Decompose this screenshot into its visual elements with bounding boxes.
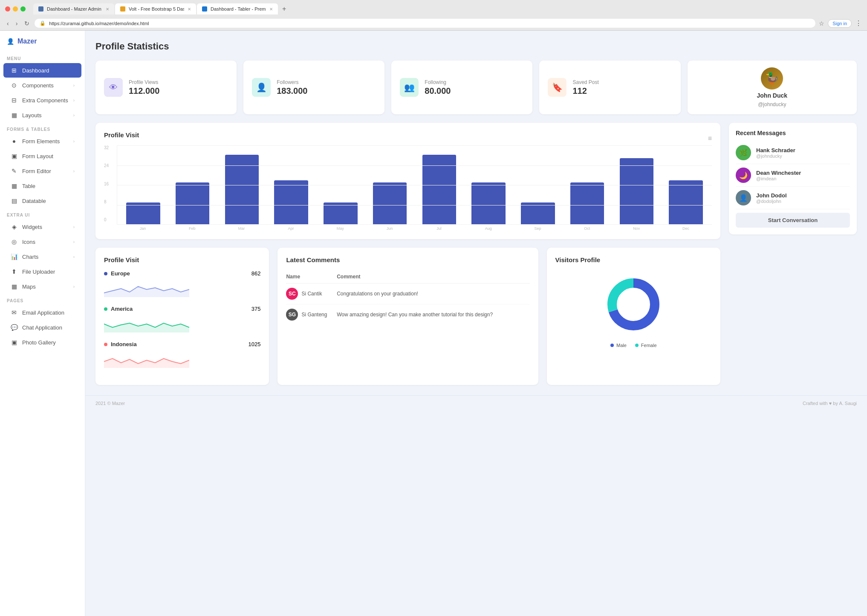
section-label-pages: Pages xyxy=(0,294,85,305)
tab-close-2[interactable]: ✕ xyxy=(188,7,191,12)
profile-visit-breakdown-card: Profile Visit Europe 862 xyxy=(95,248,269,385)
sidebar-item-dashboard[interactable]: ⊞ Dashboard xyxy=(3,63,81,78)
followers-icon: 👤 xyxy=(252,78,271,97)
sidebar-item-datatable[interactable]: ▤ Datatable xyxy=(3,194,81,208)
sidebar-item-photo-gallery[interactable]: ▣ Photo Gallery xyxy=(3,335,81,350)
saved-post-info: Saved Post 112 xyxy=(572,79,598,96)
forward-button[interactable]: › xyxy=(14,19,20,28)
browser-tab-3[interactable]: Dashboard - Tabler - Premium... ✕ xyxy=(197,3,278,14)
profile-visit-chart-card: Profile Visit ≡ 32 24 16 8 xyxy=(95,123,720,239)
sidebar-item-label-extra: Extra Components xyxy=(22,97,69,104)
indonesia-label: Indonesia xyxy=(111,341,137,347)
msg-info-2: Dean Winchester @imdean xyxy=(756,170,801,181)
tab-label-3: Dashboard - Tabler - Premium... xyxy=(211,6,266,12)
sidebar-item-layouts[interactable]: ▦ Layouts › xyxy=(3,108,81,122)
stat-card-followers: 👤 Followers 183.000 xyxy=(243,61,384,114)
sidebar-item-extra-components[interactable]: ⊟ Extra Components › xyxy=(3,93,81,107)
datatable-icon: ▤ xyxy=(10,197,18,204)
sidebar-item-form-editor[interactable]: ✎ Form Editor › xyxy=(3,164,81,178)
sidebar-item-label-file-uploader: File Uploader xyxy=(22,269,75,275)
profile-views-value: 112.000 xyxy=(129,86,159,96)
sidebar-item-label-components: Components xyxy=(22,82,69,89)
menu-icon[interactable]: ⋮ xyxy=(855,19,862,27)
new-tab-button[interactable]: + xyxy=(279,3,289,14)
y-label-0: 0 xyxy=(104,217,117,222)
components-icon: ⊙ xyxy=(10,82,18,89)
msg-name-3: John Dodol xyxy=(756,192,787,199)
x-label-jul: Jul xyxy=(415,226,463,231)
chevron-maps: › xyxy=(73,284,75,289)
comment-user-1: SC Si Cantik xyxy=(286,288,337,300)
america-dot xyxy=(104,307,107,311)
chart-menu-icon[interactable]: ≡ xyxy=(708,135,712,142)
sidebar-item-components[interactable]: ⊙ Components › xyxy=(3,78,81,93)
sidebar-item-charts[interactable]: 📊 Charts › xyxy=(3,249,81,264)
bottom-row: Profile Visit Europe 862 xyxy=(95,248,720,385)
visit-item-america: America 375 xyxy=(104,306,260,334)
message-item-3[interactable]: 👤 John Dodol @dodoljohn xyxy=(736,187,850,209)
sidebar-item-chat[interactable]: 💬 Chat Application xyxy=(3,320,81,335)
refresh-button[interactable]: ↻ xyxy=(23,19,31,28)
america-sparkline xyxy=(104,315,189,333)
browser-tab-1[interactable]: Dashboard - Mazer Admin Da... ✕ xyxy=(33,3,114,14)
recent-messages-card: Recent Messages 🌿 Hank Schrader @johnduc… xyxy=(729,123,857,234)
following-label: Following xyxy=(425,79,451,85)
stats-row: 👁 Profile Views 112.000 👤 Followers 183.… xyxy=(95,61,857,114)
section-label-forms: Forms & Tables xyxy=(0,123,85,133)
table-icon: ▦ xyxy=(10,182,18,189)
msg-avatar-3: 👤 xyxy=(736,190,751,205)
message-item-2[interactable]: 🌙 Dean Winchester @imdean xyxy=(736,164,850,187)
america-value: 375 xyxy=(251,306,261,312)
back-button[interactable]: ‹ xyxy=(5,19,11,28)
sidebar-item-email[interactable]: ✉ Email Application xyxy=(3,305,81,320)
logo-text: Mazer xyxy=(17,38,37,45)
tab-close-1[interactable]: ✕ xyxy=(106,7,109,12)
sidebar-item-maps[interactable]: ▦ Maps › xyxy=(3,279,81,294)
sidebar-item-label-dashboard: Dashboard xyxy=(22,67,75,74)
legend-female-label: Female xyxy=(641,343,657,348)
sidebar-item-file-uploader[interactable]: ⬆ File Uploader xyxy=(3,264,81,279)
address-bar[interactable]: 🔒 https://zuramai.github.io/mazer/demo/i… xyxy=(35,19,815,28)
layouts-icon: ▦ xyxy=(10,112,18,119)
main-footer: 2021 © Mazer Crafted with ♥ by A. Saugi xyxy=(85,395,867,411)
sidebar-section-pages: Pages ✉ Email Application 💬 Chat Applica… xyxy=(0,294,85,350)
right-panel: Recent Messages 🌿 Hank Schrader @johnduc… xyxy=(729,123,857,385)
tab-favicon-3 xyxy=(202,6,207,12)
maximize-button[interactable] xyxy=(20,6,26,12)
sidebar-section-menu: Menu ⊞ Dashboard ⊙ Components › ⊟ Extra … xyxy=(0,52,85,123)
bookmark-icon[interactable]: ☆ xyxy=(819,20,824,27)
msg-name-2: Dean Winchester xyxy=(756,170,801,176)
start-conversation-button[interactable]: Start Conversation xyxy=(736,213,850,228)
gallery-icon: ▣ xyxy=(10,339,18,346)
chevron-form-el: › xyxy=(73,139,75,144)
y-label-8: 8 xyxy=(104,200,117,204)
legend-female: Female xyxy=(635,343,657,348)
indonesia-sparkline xyxy=(104,351,189,368)
sidebar-item-label-maps: Maps xyxy=(22,283,69,290)
close-button[interactable] xyxy=(5,6,10,12)
chevron-icon: › xyxy=(73,83,75,88)
sign-in-button[interactable]: Sign in xyxy=(828,19,852,28)
comment-avatar-2: SG xyxy=(286,309,298,321)
tab-close-3[interactable]: ✕ xyxy=(269,7,273,12)
stat-card-following: 👥 Following 80.000 xyxy=(391,61,532,114)
sidebar-item-widgets[interactable]: ◈ Widgets › xyxy=(3,220,81,234)
comment-name-2: Si Ganteng xyxy=(301,312,327,318)
minimize-button[interactable] xyxy=(13,6,18,12)
comment-name-1: Si Cantik xyxy=(301,291,322,297)
sidebar-item-table[interactable]: ▦ Table xyxy=(3,179,81,193)
sidebar-item-form-elements[interactable]: ● Form Elements › xyxy=(3,134,81,148)
sidebar-item-form-layout[interactable]: ▣ Form Layout xyxy=(3,149,81,163)
message-item-1[interactable]: 🌿 Hank Schrader @johnducky xyxy=(736,142,850,164)
visitors-title: Visitors Profile xyxy=(555,256,712,263)
x-label-dec: Dec xyxy=(662,226,710,231)
dashboard-icon: ⊞ xyxy=(10,67,18,74)
sidebar-item-label-form-elements: Form Elements xyxy=(22,138,69,145)
sidebar-item-label-table: Table xyxy=(22,183,75,189)
europe-sparkline xyxy=(104,280,189,297)
browser-tab-2[interactable]: Volt - Free Bootstrap 5 Dashb... ✕ xyxy=(115,3,196,14)
sidebar-item-icons[interactable]: ◎ Icons › xyxy=(3,234,81,249)
left-col: Profile Visit ≡ 32 24 16 8 xyxy=(95,123,720,385)
sidebar-logo[interactable]: 👤 Mazer xyxy=(0,38,85,52)
saved-post-label: Saved Post xyxy=(572,79,598,85)
